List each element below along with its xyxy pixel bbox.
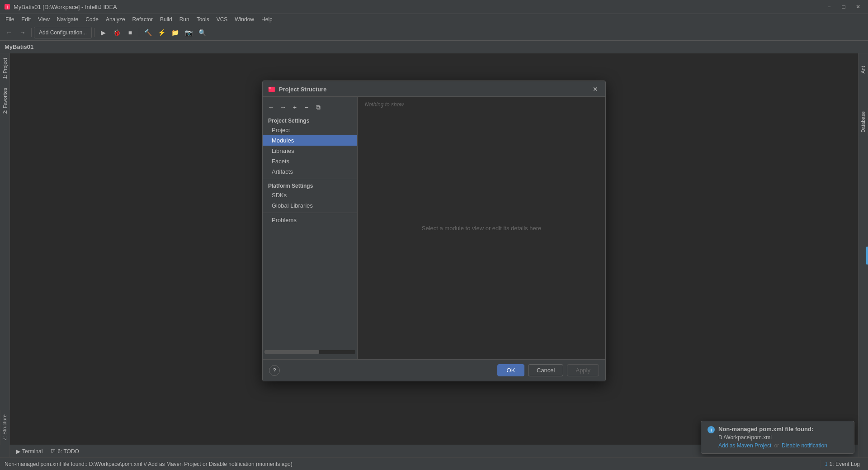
menu-item-help[interactable]: Help	[258, 14, 276, 24]
ant-panel-label[interactable]: Ant	[859, 62, 868, 77]
run-button[interactable]: ▶	[97, 26, 109, 39]
right-sidebar: Ant Database	[858, 53, 868, 457]
nav-item-project[interactable]: Project	[263, 125, 357, 135]
nav-item-sdks[interactable]: SDKs	[263, 190, 357, 200]
menu-item-view[interactable]: View	[34, 14, 53, 24]
nav-forward-button[interactable]: →	[278, 102, 288, 112]
nav-item-modules[interactable]: Modules	[263, 135, 357, 146]
menu-item-edit[interactable]: Edit	[18, 14, 34, 24]
project-structure-dialog: Project Structure ✕ ← → + − ⧉	[262, 81, 606, 381]
minimize-button[interactable]: −	[823, 2, 835, 11]
notification-title: Non-managed pom.xml file found:	[718, 426, 813, 432]
structure-tab[interactable]: Z: Structure	[0, 410, 10, 445]
nav-remove-button[interactable]: −	[302, 102, 311, 112]
sidebar-item-project[interactable]: 1: Project	[1, 53, 9, 83]
menu-item-run[interactable]: Run	[176, 14, 193, 24]
apply-button[interactable]: Apply	[567, 364, 599, 376]
toolbar-back-button[interactable]: ←	[3, 26, 15, 39]
menu-item-vcs[interactable]: VCS	[213, 14, 231, 24]
terminal-toolbar-button[interactable]: ⚡	[155, 26, 168, 39]
camera-button[interactable]: 📷	[182, 26, 195, 39]
ok-button[interactable]: OK	[497, 364, 524, 376]
editor-area: Project Structure ✕ ← → + − ⧉	[10, 53, 858, 470]
nav-separator-2	[263, 213, 357, 213]
event-log-label: 1: Event Log	[830, 461, 860, 467]
menu-item-navigate[interactable]: Navigate	[53, 14, 82, 24]
select-module-message: Select a module to view or edit its deta…	[422, 225, 541, 232]
toolbar-separator-1	[31, 28, 32, 37]
event-log-button[interactable]: 1 1: Event Log	[821, 460, 863, 468]
dialog-title-text: Project Structure	[279, 86, 326, 93]
status-bar: Non-managed pom.xml file found:: D:\Work…	[0, 457, 868, 470]
dialog-footer-right: OK Cancel Apply	[497, 364, 599, 376]
search-everywhere-button[interactable]: 🔍	[196, 26, 208, 39]
todo-icon: ☑	[51, 448, 56, 455]
notification-popup: i Non-managed pom.xml file found: D:\Wor…	[701, 421, 854, 454]
dialog-nav: ← → + − ⧉ Project Settings Project Modul…	[263, 97, 358, 359]
notification-actions: Add as Maven Project or Disable notifica…	[708, 442, 848, 449]
toolbar: ← → Add Configuration... ▶ 🐞 ■ 🔨 ⚡ 📁 📷 🔍	[0, 24, 868, 41]
debug-button[interactable]: 🐞	[110, 26, 123, 39]
toolbar-forward-button[interactable]: →	[16, 26, 29, 39]
todo-tab[interactable]: ☑ 6: TODO	[47, 446, 83, 457]
dialog-titlebar: Project Structure ✕	[263, 81, 605, 97]
menu-item-build[interactable]: Build	[156, 14, 176, 24]
nav-item-facets[interactable]: Facets	[263, 156, 357, 166]
notification-or-separator: or	[774, 442, 779, 449]
todo-label: 6: TODO	[57, 448, 79, 455]
menu-item-analyze[interactable]: Analyze	[102, 14, 129, 24]
scrollbar-track	[264, 350, 355, 354]
menu-item-code[interactable]: Code	[82, 14, 102, 24]
stop-button[interactable]: ■	[124, 26, 137, 39]
info-icon: i	[708, 426, 715, 433]
dialog-nav-toolbar: ← → + − ⧉	[263, 100, 357, 116]
menu-item-window[interactable]: Window	[231, 14, 258, 24]
title-bar-left: i MyBatis01 [D:\Workpace] - IntelliJ IDE…	[4, 3, 117, 10]
nav-item-global-libraries[interactable]: Global Libraries	[263, 200, 357, 211]
title-bar-controls: − □ ✕	[823, 2, 864, 11]
nav-item-problems[interactable]: Problems	[263, 215, 357, 225]
nav-back-button[interactable]: ←	[266, 102, 276, 112]
svg-text:i: i	[7, 5, 8, 9]
build-button[interactable]: 🔨	[142, 26, 154, 39]
notification-header: i Non-managed pom.xml file found:	[708, 426, 848, 433]
nav-add-button[interactable]: +	[290, 102, 300, 112]
title-text: MyBatis01 [D:\Workpace] - IntelliJ IDEA	[14, 4, 117, 10]
dialog-footer-left: ?	[269, 365, 280, 376]
menu-item-file[interactable]: File	[2, 14, 18, 24]
notification-path: D:\Workpace\pom.xml	[708, 434, 848, 441]
terminal-icon: ▶	[16, 448, 20, 455]
svg-rect-3	[269, 87, 271, 89]
dialog-body: ← → + − ⧉ Project Settings Project Modul…	[263, 97, 605, 359]
nav-item-artifacts[interactable]: Artifacts	[263, 166, 357, 177]
nothing-to-show-label: Nothing to show	[365, 101, 404, 108]
database-panel-label[interactable]: Database	[859, 108, 868, 136]
app-icon: i	[4, 3, 11, 10]
dialog-content-wrapper: Nothing to show Select a module to view …	[358, 97, 605, 359]
nav-copy-button[interactable]: ⧉	[313, 102, 323, 112]
menu-item-tools[interactable]: Tools	[193, 14, 213, 24]
terminal-label: Terminal	[22, 448, 42, 455]
terminal-tab[interactable]: ▶ Terminal	[13, 446, 46, 457]
menu-item-refactor[interactable]: Refactor	[129, 14, 156, 24]
nav-scrollbar[interactable]	[264, 350, 355, 354]
project-bar: MyBatis01	[0, 41, 868, 53]
scrollbar-thumb[interactable]	[264, 350, 319, 354]
nav-item-libraries[interactable]: Libraries	[263, 146, 357, 156]
dialog-project-icon	[268, 85, 275, 93]
disable-notification-link[interactable]: Disable notification	[782, 442, 827, 449]
dialog-close-button[interactable]: ✕	[591, 85, 600, 94]
version-control-button[interactable]: 📁	[169, 26, 181, 39]
platform-settings-header: Platform Settings	[263, 181, 357, 190]
close-app-button[interactable]: ✕	[852, 2, 864, 11]
notification-badge: 1	[825, 461, 827, 467]
add-maven-link[interactable]: Add as Maven Project	[718, 442, 771, 449]
maximize-button[interactable]: □	[837, 2, 850, 11]
sidebar-item-favorites[interactable]: 2: Favorites	[1, 83, 9, 118]
add-configuration-button[interactable]: Add Configuration...	[34, 27, 92, 38]
main-area: 1: Project 2: Favorites Project Stru	[0, 53, 868, 470]
right-sidebar-accent	[866, 247, 868, 265]
menu-bar: FileEditViewNavigateCodeAnalyzeRefactorB…	[0, 14, 868, 24]
cancel-button[interactable]: Cancel	[528, 364, 563, 376]
help-button[interactable]: ?	[269, 365, 280, 376]
